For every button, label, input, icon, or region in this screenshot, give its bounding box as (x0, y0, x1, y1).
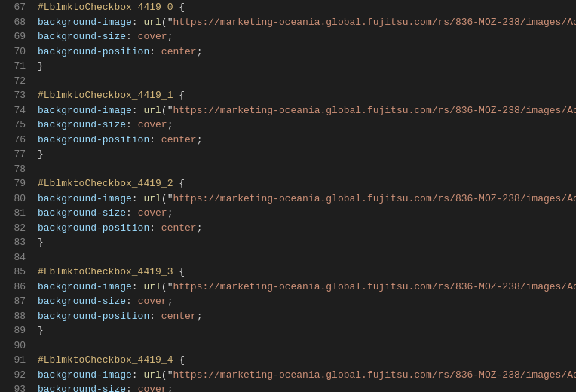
punctuation-token: (" (161, 193, 173, 204)
code-line: background-image: url("https://marketing… (38, 103, 576, 118)
property-token: background-size (38, 296, 126, 307)
line-number: 82 (6, 221, 26, 236)
code-line: background-size: cover; (38, 206, 576, 221)
punctuation-token: { (173, 2, 185, 13)
line-number: 70 (6, 44, 26, 60)
value-token: center (161, 134, 197, 145)
value-token: cover (138, 207, 167, 219)
code-line: background-size: cover; (38, 118, 576, 133)
semicolon-token: ; (197, 134, 203, 145)
code-line: background-size: cover; (38, 29, 576, 44)
brace-token: } (38, 325, 44, 336)
code-line: #LblmktoCheckbox_4419_4 { (38, 353, 576, 368)
code-line: #LblmktoCheckbox_4419_1 { (38, 88, 576, 103)
property-token: background-image (38, 105, 132, 116)
value-token: cover (138, 384, 167, 392)
colon-token: : (149, 46, 161, 57)
property-token: background-size (38, 207, 126, 219)
line-number: 80 (6, 191, 26, 207)
value-token: center (161, 311, 197, 322)
brace-token: } (38, 237, 44, 248)
line-number: 79 (6, 176, 26, 191)
punctuation-token: (" (161, 17, 173, 28)
line-number: 86 (6, 280, 26, 295)
url_func-token: url (143, 193, 161, 204)
code-content: 6768697071727374757677787980818283848586… (0, 0, 576, 392)
line-number: 85 (6, 265, 26, 280)
code-line (38, 250, 576, 265)
punctuation-token: { (173, 90, 185, 101)
code-line: background-position: center; (38, 44, 576, 60)
selector-token: #LblmktoCheckbox_4419_4 (38, 354, 173, 366)
url_func-token: url (143, 281, 161, 292)
selector-token: #LblmktoCheckbox_4419_3 (38, 266, 173, 277)
semicolon-token: ; (167, 31, 173, 42)
line-number: 75 (6, 118, 26, 133)
code-line: background-position: center; (38, 221, 576, 236)
code-lines: #LblmktoCheckbox_4419_0 { background-ima… (32, 0, 576, 392)
string-token: https://marketing-oceania.global.fujitsu… (173, 193, 576, 204)
code-line: background-image: url("https://marketing… (38, 280, 576, 295)
line-number: 76 (6, 133, 26, 148)
code-editor: 6768697071727374757677787980818283848586… (0, 0, 576, 392)
colon-token: : (126, 119, 138, 130)
semicolon-token: ; (197, 222, 203, 234)
code-line (38, 74, 576, 89)
line-number: 89 (6, 323, 26, 338)
property-token: background-size (38, 31, 126, 42)
property-token: background-position (38, 46, 149, 57)
code-line: background-position: center; (38, 133, 576, 148)
semicolon-token: ; (197, 311, 203, 322)
string-token: https://marketing-oceania.global.fujitsu… (173, 105, 576, 116)
code-line (38, 162, 576, 177)
selector-token: #LblmktoCheckbox_4419_0 (38, 2, 173, 13)
line-number: 67 (6, 0, 26, 15)
code-line: } (38, 323, 576, 338)
colon-token: : (149, 222, 161, 234)
selector-token: #LblmktoCheckbox_4419_1 (38, 90, 173, 101)
semicolon-token: ; (167, 296, 173, 307)
url_func-token: url (143, 369, 161, 381)
string-token: https://marketing-oceania.global.fujitsu… (173, 281, 576, 292)
colon-token: : (132, 105, 144, 116)
property-token: background-position (38, 311, 149, 322)
brace-token: } (38, 60, 44, 72)
string-token: https://marketing-oceania.global.fujitsu… (173, 369, 576, 381)
code-line: } (38, 235, 576, 250)
colon-token: : (132, 17, 144, 28)
line-number: 81 (6, 206, 26, 221)
line-number: 87 (6, 294, 26, 309)
line-number: 69 (6, 29, 26, 44)
brace-token: } (38, 149, 44, 160)
line-number: 88 (6, 309, 26, 324)
colon-token: : (132, 281, 144, 292)
url_func-token: url (143, 17, 161, 28)
colon-token: : (132, 369, 144, 381)
property-token: background-position (38, 134, 149, 145)
code-line: background-position: center; (38, 309, 576, 324)
line-numbers: 6768697071727374757677787980818283848586… (0, 0, 32, 392)
code-line: #LblmktoCheckbox_4419_2 { (38, 176, 576, 191)
line-number: 73 (6, 88, 26, 103)
line-number: 74 (6, 103, 26, 118)
code-line: } (38, 59, 576, 74)
code-line: background-size: cover; (38, 294, 576, 309)
punctuation-token: { (173, 178, 185, 189)
punctuation-token: (" (161, 105, 173, 116)
code-line: background-image: url("https://marketing… (38, 368, 576, 383)
code-line: background-image: url("https://marketing… (38, 191, 576, 207)
value-token: center (161, 222, 197, 234)
semicolon-token: ; (167, 119, 173, 130)
selector-token: #LblmktoCheckbox_4419_2 (38, 178, 173, 189)
property-token: background-size (38, 119, 126, 130)
colon-token: : (126, 207, 138, 219)
semicolon-token: ; (167, 207, 173, 219)
line-number: 84 (6, 250, 26, 265)
code-line: #LblmktoCheckbox_4419_0 { (38, 0, 576, 15)
colon-token: : (126, 384, 138, 392)
value-token: cover (138, 119, 167, 130)
code-line: } (38, 147, 576, 162)
line-number: 78 (6, 162, 26, 177)
code-line: background-size: cover; (38, 382, 576, 392)
punctuation-token: (" (161, 369, 173, 381)
